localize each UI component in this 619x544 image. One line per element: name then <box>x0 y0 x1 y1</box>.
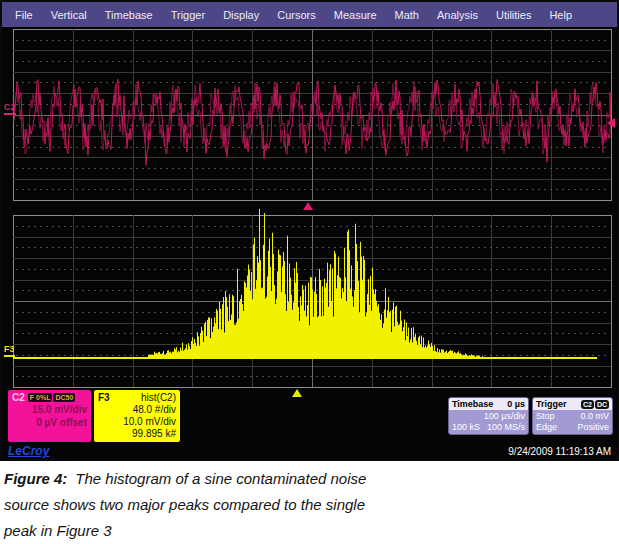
f3-horizontal-scale: 10.0 mV/div <box>98 416 176 428</box>
trigger-level-marker-icon[interactable] <box>607 118 615 128</box>
trigger-type: Edge <box>536 422 557 432</box>
c2-descriptor-id: C2 <box>12 392 25 403</box>
histogram-center-marker-icon[interactable] <box>292 389 302 397</box>
trigger-level: 0.0 mV <box>580 411 609 421</box>
trigger-panel[interactable]: Trigger C2DC Stop 0.0 mV Edge Positive <box>532 397 613 435</box>
badge-c2: C2 <box>581 400 594 409</box>
figure-caption: Figure 4:The histogram of a sine contami… <box>4 466 604 544</box>
caption-figure-label: Figure 4: <box>4 470 67 487</box>
menu-item-help[interactable]: Help <box>540 9 581 21</box>
timebase-rate: 100 MS/s <box>487 422 525 432</box>
oscilloscope-screenshot: FileVerticalTimebaseTriggerDisplayCursor… <box>0 0 619 461</box>
f3-vertical-scale: 48.0 #/div <box>98 404 176 416</box>
c2-vertical-scale: 15.0 mV/div <box>12 403 87 416</box>
timebase-panel[interactable]: Timebase 0 µs 100 µs/div 100 kS 100 MS/s <box>448 397 529 435</box>
badge-f0l: F 0%L <box>28 393 53 402</box>
trigger-title: Trigger <box>536 399 567 409</box>
f3-function: hist(C2) <box>141 392 176 404</box>
menu-item-cursors[interactable]: Cursors <box>268 9 325 21</box>
c2-offset: 0 µV offset <box>12 416 87 429</box>
badge-dc: DC <box>595 400 609 409</box>
caption-line-3: peak in Figure 3 <box>4 518 604 544</box>
menu-item-file[interactable]: File <box>6 9 42 21</box>
caption-line-2: source shows two major peaks compared to… <box>4 492 604 518</box>
lecroy-logo[interactable]: LeCroy <box>8 444 49 458</box>
badge-dc50: DC50 <box>53 393 75 402</box>
caption-line-1: Figure 4:The histogram of a sine contami… <box>4 466 604 492</box>
f3-population: 99.895 k# <box>98 428 176 440</box>
menu-item-analysis[interactable]: Analysis <box>428 9 487 21</box>
caption-text-1: The histogram of a sine contaminated noi… <box>75 470 366 487</box>
c2-coupling-badges: F 0%LDC50 <box>28 393 76 402</box>
datetime-display: 9/24/2009 11:19:13 AM <box>508 446 611 457</box>
c2-trace-label[interactable]: C2 <box>4 103 16 115</box>
f3-trace-label[interactable]: F3 <box>4 345 15 357</box>
f3-trace-descriptor[interactable]: F3 hist(C2) 48.0 #/div 10.0 mV/div 99.89… <box>94 390 180 442</box>
timebase-position: 0 µs <box>507 399 525 409</box>
menu-item-math[interactable]: Math <box>386 9 428 21</box>
trigger-source-badges: C2DC <box>581 400 609 409</box>
trigger-mode: Stop <box>536 411 555 421</box>
menu-item-display[interactable]: Display <box>214 9 268 21</box>
menu-item-vertical[interactable]: Vertical <box>42 9 96 21</box>
trigger-slope: Positive <box>577 422 609 432</box>
menu-item-timebase[interactable]: Timebase <box>96 9 162 21</box>
menu-item-measure[interactable]: Measure <box>325 9 386 21</box>
timebase-scale: 100 µs/div <box>484 411 525 421</box>
trigger-time-marker-icon[interactable] <box>303 202 313 210</box>
timebase-samples: 100 kS <box>452 422 480 432</box>
f3-descriptor-id: F3 <box>98 392 110 404</box>
timebase-title: Timebase <box>452 399 493 409</box>
c2-channel-descriptor[interactable]: C2 F 0%LDC50 15.0 mV/div 0 µV offset <box>8 390 91 442</box>
scope-display: C2 F3 C2 F 0%LDC50 15.0 mV/div 0 µV offs… <box>2 27 617 459</box>
page: FileVerticalTimebaseTriggerDisplayCursor… <box>0 0 619 544</box>
menu-item-utilities[interactable]: Utilities <box>487 9 540 21</box>
menu-item-trigger[interactable]: Trigger <box>162 9 214 21</box>
menu-bar: FileVerticalTimebaseTriggerDisplayCursor… <box>2 2 617 27</box>
